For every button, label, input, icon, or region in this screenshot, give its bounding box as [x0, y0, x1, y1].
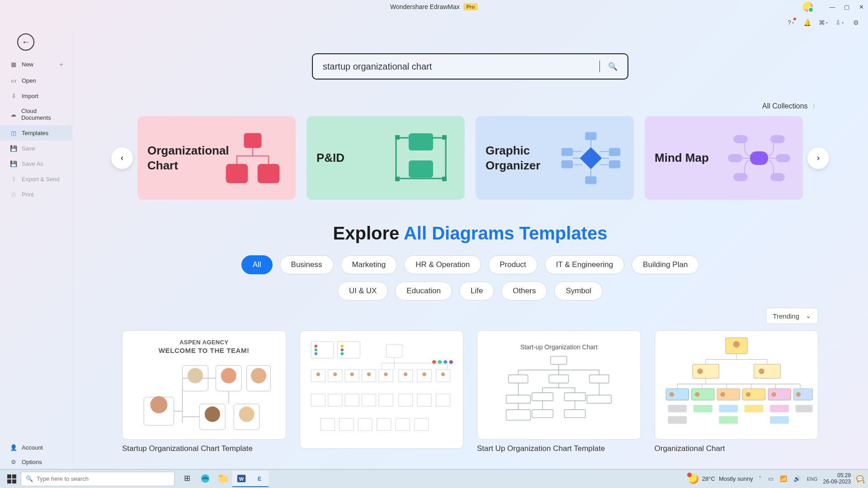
svg-rect-112 [770, 405, 789, 413]
minimize-button[interactable]: ― [829, 4, 835, 10]
template-card[interactable]: ASPEN AGENCY WELCOME TO THE TEAM! [122, 330, 286, 440]
chip-life[interactable]: Life [459, 282, 494, 300]
sidebar-item-open[interactable]: ▭ Open [0, 73, 72, 88]
svg-point-95 [759, 368, 764, 374]
tray-meet-now-icon[interactable]: ▭ [768, 475, 774, 482]
taskbar-app-edrawmax[interactable]: E [250, 471, 269, 487]
svg-point-25 [151, 396, 168, 413]
user-avatar[interactable] [803, 2, 813, 12]
search-icon[interactable]: 🔍 [608, 62, 618, 71]
maximize-button[interactable]: ▢ [844, 4, 850, 10]
apps-icon[interactable]: ⌘ [819, 19, 827, 27]
svg-rect-118 [219, 476, 228, 482]
back-button[interactable]: ← [17, 33, 34, 51]
category-card-graphic-organizer[interactable]: Graphic Organizer [476, 116, 634, 200]
tray-chevron-icon[interactable]: ˄ [759, 475, 762, 482]
svg-rect-57 [358, 418, 372, 431]
taskbar-app-word[interactable]: W [232, 471, 250, 487]
sidebar-item-account[interactable]: 👤 Account [0, 440, 72, 455]
sidebar-item-templates[interactable]: ◫ Templates [0, 125, 72, 141]
svg-text:E: E [258, 475, 261, 482]
template-thumbnail [303, 333, 460, 446]
sidebar-item-cloud[interactable]: ☁ Cloud Documents [0, 103, 72, 125]
tray-wifi-icon[interactable]: 📶 [780, 475, 787, 482]
taskbar-app-explorer[interactable] [214, 471, 232, 487]
chip-all[interactable]: All [241, 255, 273, 274]
carousel-next-button[interactable]: › [807, 147, 829, 169]
svg-point-76 [340, 345, 343, 347]
template-thumbnail: ASPEN AGENCY WELCOME TO THE TEAM! [129, 335, 279, 435]
taskbar-app-taskview[interactable]: ⊞ [178, 471, 196, 487]
help-icon[interactable]: ? [787, 19, 795, 27]
svg-rect-13 [561, 148, 573, 156]
svg-point-69 [432, 360, 436, 364]
tray-language-icon[interactable]: ENG [807, 476, 818, 482]
svg-rect-55 [321, 418, 335, 431]
category-card-org-chart[interactable]: Organizational Chart [137, 116, 296, 200]
template-card[interactable] [300, 330, 464, 449]
carousel-prev-button[interactable]: ‹ [111, 147, 133, 169]
chip-hr[interactable]: HR & Operation [404, 255, 481, 274]
main-content: 🔍 All Collections 〉 ‹ Organizational Cha… [72, 32, 868, 469]
chip-education[interactable]: Education [395, 282, 452, 300]
svg-rect-50 [362, 394, 376, 406]
svg-rect-92 [693, 364, 719, 378]
chip-others[interactable]: Others [501, 282, 547, 300]
template-card[interactable] [655, 330, 819, 440]
template-search[interactable]: 🔍 [312, 53, 628, 80]
export-icon: ⇪ [10, 175, 17, 183]
sidebar-item-new[interactable]: ▦ New ＋ [0, 56, 72, 73]
sidebar-item-label: Options [22, 459, 42, 465]
pid-illustration [387, 129, 455, 188]
sidebar-item-label: Cloud Documents [21, 108, 65, 121]
sidebar-item-import[interactable]: ⇩ Import [0, 88, 72, 103]
chevron-right-icon: 〉 [812, 103, 818, 110]
sidebar-item-options[interactable]: ⚙ Options [0, 455, 72, 469]
action-center-button[interactable]: 💬1 [854, 474, 865, 484]
svg-rect-52 [398, 394, 412, 406]
svg-point-106 [771, 392, 776, 396]
chip-it[interactable]: IT & Engineering [545, 255, 624, 274]
category-card-mind-map[interactable]: Mind Map [645, 116, 803, 200]
print-icon: ⎙ [10, 191, 17, 198]
gear-icon[interactable]: ⚙ [852, 19, 860, 27]
save-icon: 💾 [10, 145, 17, 152]
system-tray[interactable]: ˄ ▭ 📶 🔊 ENG [759, 475, 818, 482]
all-collections-link[interactable]: All Collections 〉 [90, 102, 818, 111]
taskbar-app-edge[interactable] [196, 471, 214, 487]
weather-temp: 28°C [702, 475, 715, 482]
title-bar: Wondershare EdrawMax Pro ― ▢ ✕ [0, 0, 868, 14]
svg-point-68 [441, 372, 445, 376]
chip-building[interactable]: Building Plan [632, 255, 699, 274]
chip-symbol[interactable]: Symbol [554, 282, 603, 300]
sidebar-item-save: 💾 Save [0, 141, 72, 156]
taskbar-search-placeholder: Type here to search [37, 475, 89, 482]
bell-icon[interactable]: 🔔 [803, 19, 811, 27]
sidebar-item-label: New [22, 61, 33, 68]
svg-rect-0 [244, 133, 262, 148]
sidebar-item-label: Print [22, 191, 34, 198]
chip-business[interactable]: Business [280, 255, 334, 274]
chip-uiux[interactable]: UI & UX [338, 282, 388, 300]
filter-icon[interactable]: ⇩ [835, 19, 844, 27]
svg-rect-94 [754, 364, 780, 378]
template-card[interactable]: Start-up Organization Chart [477, 330, 641, 440]
app-title: Wondershare EdrawMax Pro [390, 3, 478, 10]
mind-map-illustration [725, 129, 793, 188]
taskbar-search[interactable]: 🔍 Type here to search [21, 472, 175, 486]
chip-product[interactable]: Product [488, 255, 538, 274]
tray-volume-icon[interactable]: 🔊 [793, 475, 801, 482]
close-button[interactable]: ✕ [858, 4, 864, 10]
start-button[interactable] [7, 474, 16, 483]
template-thumbnail [658, 333, 815, 437]
taskbar-weather[interactable]: 28°C Mostly sunny [689, 474, 753, 484]
search-input[interactable] [323, 61, 591, 72]
plus-icon[interactable]: ＋ [58, 60, 65, 69]
taskbar-clock[interactable]: 05:29 26-09-2023 [823, 473, 851, 484]
chip-marketing[interactable]: Marketing [341, 255, 397, 274]
svg-rect-48 [328, 394, 342, 406]
category-card-pid[interactable]: P&ID [307, 116, 465, 200]
sort-dropdown[interactable]: Trending ⌄ [766, 308, 818, 324]
svg-rect-6 [395, 135, 400, 140]
svg-rect-110 [719, 405, 738, 413]
